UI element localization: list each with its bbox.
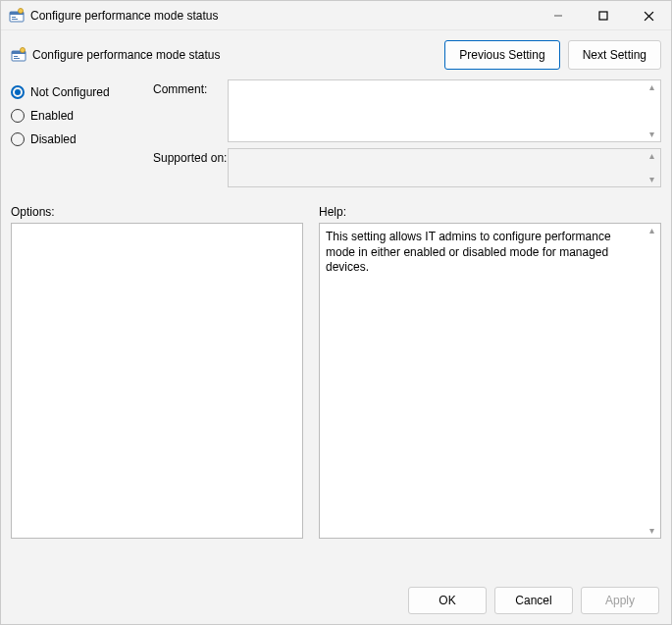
policy-title: Configure performance mode status [32,48,437,62]
radio-icon [11,132,25,146]
fields-column: Comment: ▴ ▾ Supported on: ▴ ▾ [153,76,661,193]
state-radio-group: Not Configured Enabled Disabled [11,76,153,193]
help-panel: This setting allows IT admins to configu… [319,223,661,539]
svg-point-13 [21,48,26,53]
svg-rect-2 [12,17,16,18]
supported-on-label: Supported on: [153,148,228,165]
ok-button[interactable]: OK [408,587,487,614]
radio-label: Enabled [30,109,74,123]
scrollbar-stub: ▴ ▾ [645,226,658,536]
scrollbar-stub: ▴ ▾ [645,151,658,184]
radio-disabled[interactable]: Disabled [11,132,153,146]
cancel-button[interactable]: Cancel [494,587,573,614]
svg-rect-3 [12,19,18,20]
window-controls [536,1,671,29]
gpo-setting-dialog: Configure performance mode status Conf [0,0,672,625]
options-panel [11,223,303,539]
svg-rect-11 [14,56,18,57]
comment-textarea[interactable]: ▴ ▾ [228,79,661,142]
comment-label: Comment: [153,79,228,96]
svg-rect-12 [14,58,20,59]
titlebar: Configure performance mode status [1,1,671,30]
section-labels: Options: Help: [1,193,671,223]
scrollbar-stub: ▴ ▾ [645,82,658,139]
next-setting-button[interactable]: Next Setting [568,40,661,70]
radio-label: Disabled [30,132,77,146]
options-label: Options: [11,205,303,219]
previous-setting-button[interactable]: Previous Setting [444,40,559,70]
scroll-down-icon: ▾ [645,175,658,184]
scroll-down-icon: ▾ [645,130,658,139]
help-label: Help: [319,205,346,219]
dialog-footer: OK Cancel Apply [408,587,659,614]
panels-row: This setting allows IT admins to configu… [1,223,671,539]
apply-button[interactable]: Apply [581,587,659,614]
config-area: Not Configured Enabled Disabled Comment:… [1,76,671,193]
radio-enabled[interactable]: Enabled [11,109,153,123]
window-title: Configure performance mode status [30,9,536,23]
scroll-down-icon: ▾ [645,526,658,536]
radio-not-configured[interactable]: Not Configured [11,85,153,99]
scroll-up-icon: ▴ [645,82,658,92]
maximize-button[interactable] [581,1,626,30]
svg-point-4 [19,8,24,13]
app-icon [11,47,26,63]
radio-icon [11,109,25,123]
app-icon [9,8,25,24]
scroll-up-icon: ▴ [645,151,658,161]
radio-icon [11,85,25,99]
svg-rect-6 [599,12,607,20]
close-button[interactable] [626,1,671,30]
supported-on-textarea: ▴ ▾ [228,148,661,187]
subheader: Configure performance mode status Previo… [1,30,671,76]
minimize-button[interactable] [536,1,581,30]
scroll-up-icon: ▴ [645,226,658,235]
help-text: This setting allows IT admins to configu… [320,224,660,282]
radio-label: Not Configured [30,85,110,99]
